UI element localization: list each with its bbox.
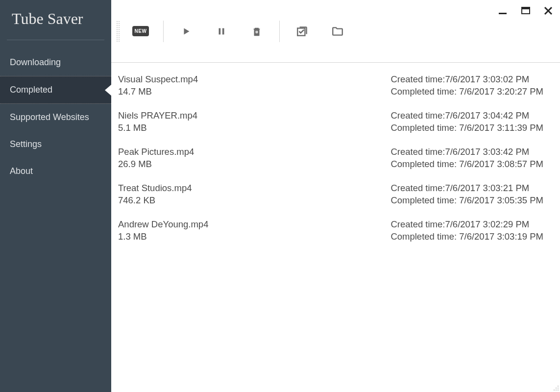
toolbar: NEW — [111, 0, 560, 63]
download-created-time: Created time:7/6/2017 3:03:21 PM — [390, 182, 543, 195]
select-all-icon — [296, 25, 309, 38]
download-size: 14.7 MB — [118, 86, 198, 98]
app-title: Tube Saver — [0, 0, 111, 40]
toolbar-separator — [279, 21, 280, 42]
download-row[interactable]: Niels PRAYER.mp45.1 MBCreated time:7/6/2… — [118, 110, 543, 134]
svg-rect-4 — [222, 28, 224, 34]
sidebar-item-supported-websites[interactable]: Supported Websites — [0, 104, 111, 131]
pause-icon — [216, 26, 227, 37]
download-size: 1.3 MB — [118, 231, 208, 243]
download-completed-time: Completed time: 7/6/2017 3:11:39 PM — [390, 122, 543, 134]
svg-point-8 — [556, 388, 557, 389]
download-completed-time: Completed time: 7/6/2017 3:08:57 PM — [390, 158, 543, 171]
download-size: 26.9 MB — [118, 158, 194, 171]
download-times: Created time:7/6/2017 3:03:02 PMComplete… — [390, 74, 543, 98]
svg-point-7 — [558, 386, 559, 387]
main-pane: NEW Visual Suspect.mp414.7 MBCreated tim… — [111, 0, 560, 392]
sidebar-item-settings[interactable]: Settings — [0, 131, 111, 158]
minimize-button[interactable] — [498, 6, 508, 16]
download-list: Visual Suspect.mp414.7 MBCreated time:7/… — [111, 63, 560, 392]
download-row[interactable]: Peak Pictures.mp426.9 MBCreated time:7/6… — [118, 146, 543, 171]
download-row[interactable]: Treat Studios.mp4746.2 KBCreated time:7/… — [118, 182, 543, 207]
maximize-button[interactable] — [521, 6, 531, 16]
download-times: Created time:7/6/2017 3:02:29 PMComplete… — [390, 219, 543, 243]
sidebar-item-completed[interactable]: Completed — [0, 76, 111, 104]
download-filename: Treat Studios.mp4 — [118, 182, 192, 195]
new-button[interactable]: NEW — [127, 21, 154, 42]
download-filename: Niels PRAYER.mp4 — [118, 110, 197, 122]
play-icon — [181, 26, 192, 37]
download-created-time: Created time:7/6/2017 3:04:42 PM — [390, 110, 543, 122]
download-info: Andrew DeYoung.mp41.3 MB — [118, 219, 208, 243]
sidebar-item-downloading[interactable]: Downloading — [0, 49, 111, 76]
new-icon: NEW — [132, 26, 149, 36]
svg-point-11 — [556, 390, 557, 391]
pause-button[interactable] — [208, 21, 235, 42]
resize-grip-icon[interactable] — [551, 383, 559, 391]
download-info: Visual Suspect.mp414.7 MB — [118, 74, 198, 98]
download-row[interactable]: Andrew DeYoung.mp41.3 MBCreated time:7/6… — [118, 219, 543, 243]
sidebar: Tube Saver Downloading Completed Support… — [0, 0, 111, 392]
download-times: Created time:7/6/2017 3:03:21 PMComplete… — [390, 182, 543, 207]
svg-rect-3 — [219, 28, 221, 34]
delete-button[interactable] — [243, 21, 270, 42]
drag-handle[interactable] — [116, 21, 120, 42]
trash-icon — [251, 25, 262, 37]
download-size: 5.1 MB — [118, 122, 197, 134]
download-times: Created time:7/6/2017 3:03:42 PMComplete… — [390, 146, 543, 171]
download-info: Treat Studios.mp4746.2 KB — [118, 182, 192, 207]
select-all-button[interactable] — [289, 21, 316, 42]
svg-point-9 — [558, 388, 559, 389]
download-info: Niels PRAYER.mp45.1 MB — [118, 110, 197, 134]
download-row[interactable]: Visual Suspect.mp414.7 MBCreated time:7/… — [118, 74, 543, 98]
divider — [7, 40, 104, 40]
download-created-time: Created time:7/6/2017 3:02:29 PM — [390, 219, 543, 231]
close-button[interactable] — [543, 6, 553, 16]
download-created-time: Created time:7/6/2017 3:03:42 PM — [390, 146, 543, 158]
download-info: Peak Pictures.mp426.9 MB — [118, 146, 194, 171]
download-completed-time: Completed time: 7/6/2017 3:03:19 PM — [390, 231, 543, 243]
download-filename: Peak Pictures.mp4 — [118, 146, 194, 158]
download-times: Created time:7/6/2017 3:04:42 PMComplete… — [390, 110, 543, 134]
download-created-time: Created time:7/6/2017 3:03:02 PM — [390, 74, 543, 86]
download-completed-time: Completed time: 7/6/2017 3:20:27 PM — [390, 86, 543, 98]
download-size: 746.2 KB — [118, 195, 192, 207]
svg-rect-0 — [499, 13, 507, 14]
toolbar-separator — [163, 21, 164, 42]
download-completed-time: Completed time: 7/6/2017 3:05:35 PM — [390, 195, 543, 207]
svg-rect-2 — [522, 7, 530, 9]
open-folder-button[interactable] — [324, 21, 351, 42]
download-filename: Andrew DeYoung.mp4 — [118, 219, 208, 231]
window-controls — [498, 6, 553, 16]
folder-icon — [331, 25, 344, 38]
svg-point-10 — [554, 390, 555, 391]
play-button[interactable] — [172, 21, 200, 42]
svg-point-12 — [558, 390, 559, 391]
sidebar-item-about[interactable]: About — [0, 158, 111, 185]
download-filename: Visual Suspect.mp4 — [118, 74, 198, 86]
